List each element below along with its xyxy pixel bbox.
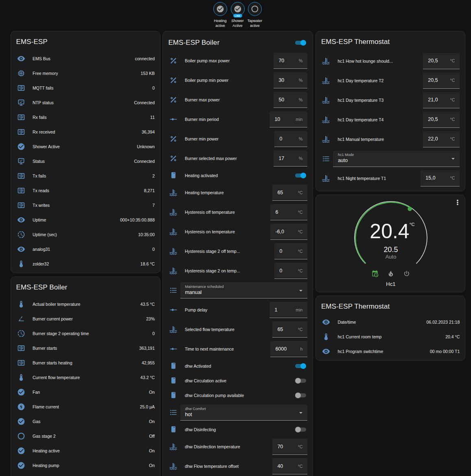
svg-text:20.5: 20.5: [383, 246, 398, 254]
svg-text:°C: °C: [410, 222, 414, 227]
svg-text:20.4: 20.4: [370, 220, 409, 243]
svg-text:Auto: Auto: [386, 254, 397, 260]
